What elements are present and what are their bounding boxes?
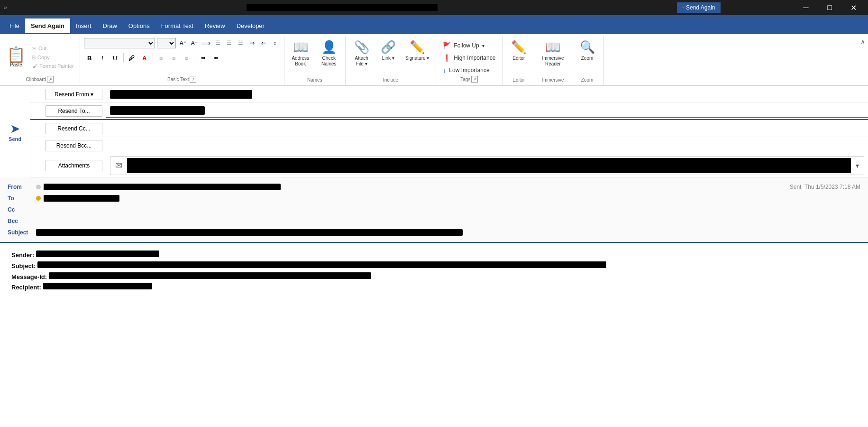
multilevel-list-button[interactable]: ☱: [236, 38, 246, 48]
resend-bcc-button[interactable]: Resend Bcc...: [46, 140, 102, 151]
resend-from-value: [110, 90, 252, 99]
follow-up-button[interactable]: 🚩 Follow Up ▾: [440, 40, 487, 51]
decrease-font-size-button[interactable]: A⁻: [189, 38, 200, 48]
to-label: To: [8, 195, 36, 202]
meta-to-row: To: [8, 193, 860, 204]
maximize-button[interactable]: □: [819, 0, 841, 15]
clipboard-label: Clipboard: [26, 77, 46, 82]
send-again-title-btn[interactable]: - Send Again: [677, 2, 721, 13]
include-label: Include: [383, 77, 398, 83]
names-label: Names: [307, 77, 322, 83]
signature-button[interactable]: ✏️ Signature ▾: [402, 38, 432, 63]
body-recipient-line: Recipient:: [11, 283, 857, 293]
zoom-button[interactable]: 🔍 Zoom: [575, 38, 600, 63]
resend-bcc-input[interactable]: [106, 140, 868, 151]
minimize-button[interactable]: ─: [795, 0, 817, 15]
high-importance-label: High Importance: [454, 55, 495, 61]
copy-button[interactable]: ⎘ Copy: [30, 54, 76, 61]
indent-button[interactable]: ⇒: [198, 52, 209, 64]
subject-redacted: [127, 158, 851, 173]
sent-label: Sent: [790, 184, 802, 190]
sort-button[interactable]: ↕: [270, 38, 280, 48]
resend-cc-label: Resend Cc...: [57, 125, 90, 132]
zoom-group-label: Zoom: [581, 77, 594, 83]
format-painter-button[interactable]: 🖌 Format Painter: [30, 62, 76, 70]
address-book-button[interactable]: 📖 AddressBook: [288, 38, 313, 69]
signature-icon: ✏️: [410, 40, 425, 55]
italic-button[interactable]: I: [97, 52, 108, 64]
immersive-reader-label: ImmersiveReader: [542, 56, 564, 67]
attachments-button[interactable]: Attachments: [46, 160, 102, 171]
tags-expand-btn[interactable]: ↗: [471, 76, 478, 83]
title-bar: » - Send Again ─ □ ✕: [0, 0, 868, 15]
resend-from-button[interactable]: Resend From ▾: [46, 89, 102, 100]
ribbon-collapse-button[interactable]: ∧: [860, 38, 865, 46]
menu-send-again[interactable]: Send Again: [25, 19, 70, 34]
ribbon-zoom-group: 🔍 Zoom Zoom: [571, 36, 604, 85]
increase-font-size-button[interactable]: A⁺: [178, 38, 188, 48]
decrease-indent-button[interactable]: ⇐: [258, 38, 269, 48]
paste-icon: 📋: [7, 47, 26, 62]
body-subject-label: Subject:: [11, 261, 36, 271]
from-email: [44, 184, 281, 190]
low-importance-label: Low Importance: [449, 67, 489, 74]
menu-review[interactable]: Review: [199, 19, 231, 34]
email-icon: ✉: [110, 157, 127, 175]
resend-cc-row: Resend Cc...: [30, 120, 868, 137]
cut-icon: ✂: [32, 46, 37, 52]
ribbon-clipboard-group: 📋 Paste ✂ Cut ⎘ Copy 🖌 Format Painter C: [0, 36, 80, 85]
ribbon-expander[interactable]: »: [4, 4, 7, 11]
bcc-label: Bcc: [8, 218, 36, 224]
resend-cc-input[interactable]: [106, 123, 868, 134]
send-icon: ➤: [10, 121, 20, 136]
menu-options[interactable]: Options: [123, 19, 155, 34]
low-importance-button[interactable]: ↓ Low Importance: [440, 65, 492, 76]
clipboard-expand-btn[interactable]: ↗: [47, 76, 54, 83]
increase-indent-button[interactable]: ⇒: [247, 38, 257, 48]
font-color-button[interactable]: A: [139, 52, 150, 64]
align-right-button[interactable]: ≡: [181, 52, 192, 64]
resend-bcc-row: Resend Bcc...: [30, 137, 868, 154]
menu-format-text[interactable]: Format Text: [155, 19, 199, 34]
bullets-button[interactable]: ☰: [213, 38, 223, 48]
cut-button[interactable]: ✂ Cut: [30, 45, 76, 53]
menu-file[interactable]: File: [4, 19, 25, 34]
attach-file-button[interactable]: 📎 AttachFile ▾: [349, 38, 374, 69]
send-button[interactable]: ➤ Send: [5, 118, 25, 146]
immersive-reader-button[interactable]: 📖 ImmersiveReader: [539, 38, 566, 69]
meta-bcc-row: Bcc: [8, 215, 860, 227]
font-size-selector[interactable]: [157, 38, 176, 48]
body-messageid-value: [49, 272, 371, 279]
numbering-button[interactable]: ☰: [224, 38, 235, 48]
subject-text: [36, 229, 463, 236]
align-left-button[interactable]: ≡: [155, 52, 167, 64]
underline-button[interactable]: U: [110, 52, 121, 64]
clear-format-button[interactable]: ⟹: [201, 38, 211, 48]
window-controls: ─ □ ✕: [795, 0, 864, 15]
link-button[interactable]: 🔗 Link ▾: [376, 38, 401, 63]
body-sender-value: [36, 251, 159, 257]
basic-text-expand-btn[interactable]: ↗: [190, 76, 196, 83]
sent-value: Thu 1/5/2023 7:18 AM: [804, 184, 860, 190]
high-importance-button[interactable]: ❗ High Importance: [440, 52, 498, 64]
align-center-button[interactable]: ≡: [168, 52, 180, 64]
close-button[interactable]: ✕: [842, 0, 864, 15]
menu-developer[interactable]: Developer: [231, 19, 270, 34]
resend-to-label: Resend To...: [58, 108, 90, 114]
bold-button[interactable]: B: [84, 52, 95, 64]
menu-insert[interactable]: Insert: [70, 19, 97, 34]
highlight-button[interactable]: 🖊: [126, 52, 137, 64]
editor-button[interactable]: ✏️ Editor: [506, 38, 531, 63]
menu-draw[interactable]: Draw: [97, 19, 123, 34]
follow-up-label: Follow Up: [454, 42, 479, 49]
resend-to-row: Resend To...: [30, 103, 868, 120]
check-names-button[interactable]: 👤 CheckNames: [317, 38, 341, 69]
paste-button[interactable]: 📋 Paste: [4, 45, 28, 69]
resend-to-button[interactable]: Resend To...: [46, 105, 102, 117]
outdent-button[interactable]: ⇐: [210, 52, 222, 64]
address-book-label: AddressBook: [292, 56, 309, 67]
subject-dropdown-button[interactable]: ▾: [851, 158, 864, 173]
font-selector[interactable]: [84, 38, 155, 48]
resend-cc-button[interactable]: Resend Cc...: [46, 123, 102, 134]
ribbon-basic-text-group: A⁺ A⁻ ⟹ ☰ ☰ ☱ ⇒ ⇐ ↕ B I U 🖊 A: [80, 36, 284, 85]
